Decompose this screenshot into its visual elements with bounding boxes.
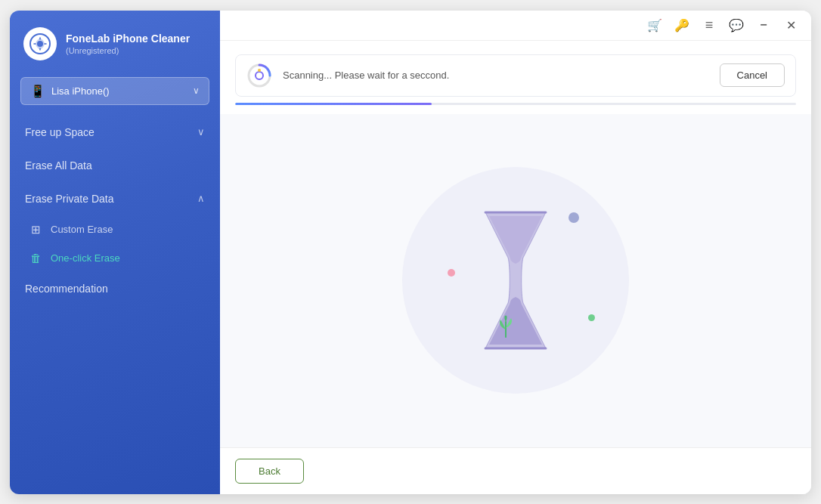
free-up-space-chevron-icon: ∨ [197,126,205,138]
phone-icon: 📱 [30,84,45,98]
svg-point-1 [37,41,43,47]
app-logo [23,27,57,60]
back-button[interactable]: Back [235,459,304,484]
sidebar-item-recommendation[interactable]: Recommendation [10,272,220,305]
app-title: FoneLab iPhone Cleaner [66,32,190,45]
dot-blue [569,212,579,223]
erase-private-data-chevron-icon: ∧ [197,193,205,204]
illustration-area [220,114,811,447]
scan-bar: Scanning... Please wait for a seccond. C… [235,54,796,97]
custom-erase-icon: ⊞ [28,223,43,237]
chat-icon[interactable]: 💬 [728,18,745,32]
menu-icon[interactable]: ≡ [701,17,717,33]
app-window: FoneLab iPhone Cleaner (Unregistered) 📱 … [10,11,811,494]
sidebar-item-free-up-space[interactable]: Free up Space ∨ [10,116,220,149]
recommendation-label: Recommendation [25,283,108,295]
custom-erase-label: Custom Erase [51,224,113,235]
erase-private-data-subitems: ⊞ Custom Erase 🗑 One-click Erase [10,215,220,272]
sidebar-item-one-click-erase[interactable]: 🗑 One-click Erase [10,244,220,272]
key-icon[interactable]: 🔑 [674,18,690,32]
device-name: Lisa iPhone() [51,85,187,97]
app-title-block: FoneLab iPhone Cleaner (Unregistered) [66,32,190,54]
sidebar-item-erase-all-data[interactable]: Erase All Data [10,149,220,182]
minimize-icon[interactable]: − [755,18,772,32]
nav-section: Free up Space ∨ Erase All Data Erase Pri… [10,116,220,305]
scan-progress-fill [235,103,432,105]
dot-pink [448,269,455,277]
svg-point-3 [256,72,263,79]
one-click-erase-icon: 🗑 [28,252,43,264]
sidebar-header: FoneLab iPhone Cleaner (Unregistered) [10,11,220,74]
hourglass-circle [402,167,629,394]
sidebar-item-custom-erase[interactable]: ⊞ Custom Erase [10,215,220,244]
cart-icon[interactable]: 🛒 [646,18,663,32]
erase-private-data-label: Erase Private Data [25,193,114,205]
main-content: 🛒 🔑 ≡ 💬 − ✕ [220,11,811,494]
free-up-space-label: Free up Space [25,126,94,138]
titlebar: 🛒 🔑 ≡ 💬 − ✕ [220,11,811,41]
erase-all-data-label: Erase All Data [25,159,92,172]
svg-point-4 [258,69,261,72]
scan-spinner [246,63,272,88]
scan-area: Scanning... Please wait for a seccond. C… [220,41,811,114]
one-click-erase-label: One-click Erase [51,252,120,264]
app-subtitle: (Unregistered) [66,46,190,55]
bottom-bar: Back [220,447,811,494]
cancel-button[interactable]: Cancel [720,63,785,87]
sidebar-item-erase-private-data[interactable]: Erase Private Data ∧ [10,182,220,215]
scan-status-text: Scanning... Please wait for a seccond. [283,70,709,81]
dot-green [588,314,595,321]
device-chevron-icon: ∨ [193,85,200,96]
scan-progress-bar [235,103,796,105]
close-icon[interactable]: ✕ [782,18,799,32]
device-selector[interactable]: 📱 Lisa iPhone() ∨ [20,77,209,105]
sidebar: FoneLab iPhone Cleaner (Unregistered) 📱 … [10,11,220,494]
